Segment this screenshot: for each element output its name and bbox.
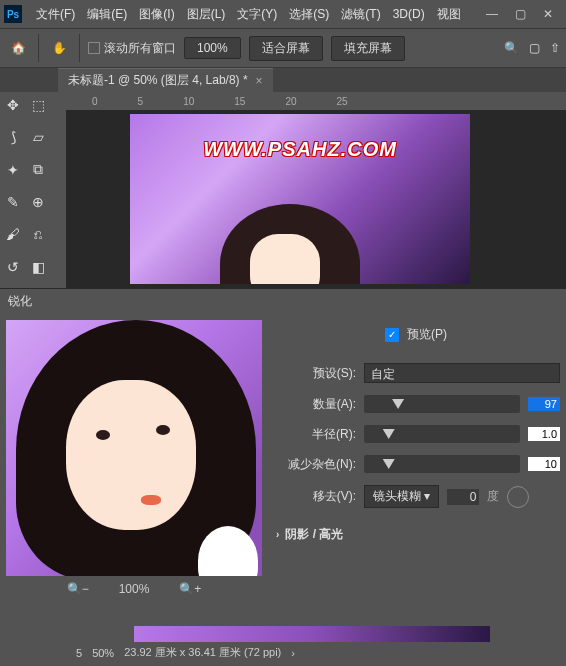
chevron-right-icon: › [276,529,279,540]
document-tab-label: 未标题-1 @ 50% (图层 4, Lab/8) * [68,72,248,89]
status-thumbnail [134,626,490,642]
amount-value[interactable]: 97 [528,397,560,411]
menu-edit[interactable]: 编辑(E) [81,6,133,23]
eraser-tool[interactable]: ◧ [27,256,49,278]
preset-label: 预设(S): [272,365,356,382]
document-tab[interactable]: 未标题-1 @ 50% (图层 4, Lab/8) * × [58,68,273,92]
zoom-in-icon[interactable]: 🔍+ [179,582,201,596]
angle-dial[interactable] [507,486,529,508]
status-zoom[interactable]: 50% [92,647,114,659]
menu-3d[interactable]: 3D(D) [387,7,431,21]
minimize-button[interactable]: — [478,4,506,24]
radius-value[interactable]: 1.0 [528,427,560,441]
lasso-tool[interactable]: ⟆ [2,126,24,148]
scroll-all-checkbox[interactable]: 滚动所有窗口 [88,40,176,57]
shadow-highlight-label: 阴影 / 高光 [285,526,343,543]
crop-tool[interactable]: ⧉ [27,159,49,181]
reduce-noise-value[interactable]: 10 [528,457,560,471]
menu-layer[interactable]: 图层(L) [181,6,232,23]
amount-label: 数量(A): [272,396,356,413]
toolbox: ✥ ⬚ ⟆ ▱ ✦ ⧉ ✎ ⊕ 🖌 ⎌ ↺ ◧ [0,92,52,288]
shadow-highlight-section[interactable]: › 阴影 / 高光 [272,520,560,543]
remove-select[interactable]: 镜头模糊 ▾ [364,485,439,508]
sharpen-panel: 锐化 🔍− 100% 🔍+ ✓ 预览(P) 预设(S): [0,288,566,626]
reduce-noise-label: 减少杂色(N): [272,456,356,473]
menu-view[interactable]: 视图 [431,6,467,23]
preview-checkbox[interactable]: ✓ [385,328,399,342]
menu-filter[interactable]: 滤镜(T) [335,6,386,23]
share-icon[interactable]: ⇧ [550,41,560,55]
status-chevron-icon[interactable]: › [291,647,295,659]
radius-label: 半径(R): [272,426,356,443]
eyedropper-tool[interactable]: ✎ [2,191,24,213]
frame-icon[interactable]: ▢ [529,41,540,55]
menu-select[interactable]: 选择(S) [283,6,335,23]
preview-image[interactable] [6,320,262,576]
move-tool[interactable]: ✥ [2,94,24,116]
ruler-vertical [52,110,66,288]
preview-zoom: 100% [119,582,150,596]
menu-file[interactable]: 文件(F) [30,6,81,23]
zoom-out-icon[interactable]: 🔍− [67,582,89,596]
remove-degree-value[interactable]: 0 [447,489,479,505]
healing-tool[interactable]: ⊕ [27,191,49,213]
maximize-button[interactable]: ▢ [506,4,534,24]
preset-select[interactable]: 自定 [364,363,560,383]
status-dimensions: 23.92 厘米 x 36.41 厘米 (72 ppi) [124,645,281,660]
stamp-tool[interactable]: ⎌ [27,223,49,245]
radius-slider[interactable] [364,425,520,443]
zoom-percent[interactable]: 100% [184,37,241,59]
home-icon[interactable]: 🏠 [6,36,30,60]
watermark-text: WWW.PSAHZ.COM [130,138,470,161]
ps-logo: Ps [4,5,22,23]
ruler-horizontal: 0510152025 [52,92,566,110]
fill-screen-button[interactable]: 填充屏幕 [331,36,405,61]
panel-title: 锐化 [0,289,566,314]
reduce-noise-slider[interactable] [364,455,520,473]
remove-label: 移去(V): [272,488,356,505]
fit-screen-button[interactable]: 适合屏幕 [249,36,323,61]
close-tab-icon[interactable]: × [256,74,263,88]
menu-image[interactable]: 图像(I) [133,6,180,23]
history-tool[interactable]: ↺ [2,256,24,278]
scroll-all-label: 滚动所有窗口 [104,40,176,57]
degree-label: 度 [487,488,499,505]
status-ruler-v: 5 [76,647,82,659]
canvas[interactable]: WWW.PSAHZ.COM [130,114,470,284]
amount-slider[interactable] [364,395,520,413]
menu-text[interactable]: 文字(Y) [231,6,283,23]
search-icon[interactable]: 🔍 [504,41,519,55]
close-button[interactable]: ✕ [534,4,562,24]
polygon-lasso-tool[interactable]: ▱ [27,126,49,148]
hand-icon[interactable]: ✋ [47,36,71,60]
marquee-tool[interactable]: ⬚ [27,94,49,116]
wand-tool[interactable]: ✦ [2,159,24,181]
brush-tool[interactable]: 🖌 [2,223,24,245]
preview-checkbox-label: 预览(P) [407,326,447,343]
